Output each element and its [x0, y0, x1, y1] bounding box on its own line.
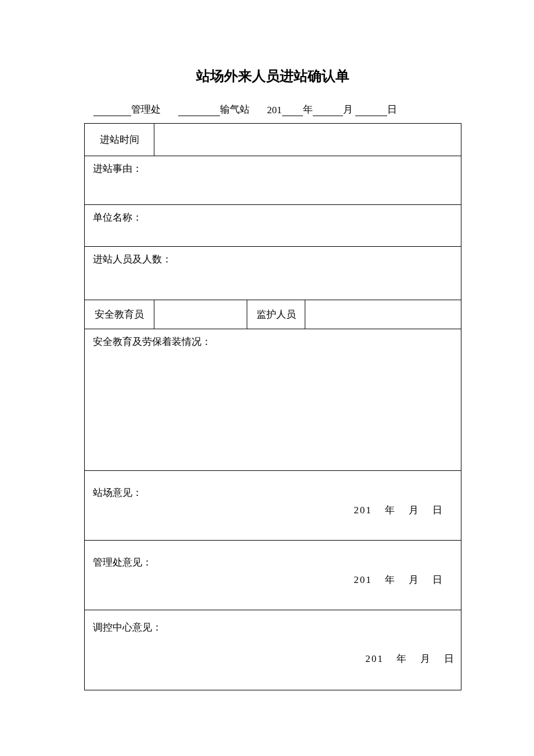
row-entry-time: 进站时间: [85, 124, 461, 156]
date-station-opinion: 201年月日: [354, 503, 444, 517]
field-supervisor[interactable]: [305, 300, 461, 329]
field-unit-name[interactable]: 单位名称：: [85, 205, 461, 247]
header-line: 管理处 输气站 201 年 月 日: [84, 103, 461, 116]
label-management: 管理处: [131, 103, 161, 116]
row-entry-reason: 进站事由：: [85, 156, 461, 205]
field-personnel[interactable]: 进站人员及人数：: [85, 247, 461, 300]
field-station-opinion[interactable]: 站场意见： 201年月日: [85, 471, 461, 541]
label-year: 年: [303, 103, 313, 116]
field-management-opinion[interactable]: 管理处意见： 201年月日: [85, 541, 461, 610]
label-station-opinion: 站场意见：: [93, 486, 453, 499]
field-safety-educator[interactable]: [154, 300, 247, 329]
row-station-opinion: 站场意见： 201年月日: [85, 471, 461, 541]
row-unit-name: 单位名称：: [85, 205, 461, 247]
label-month: 月: [343, 103, 353, 116]
field-entry-reason[interactable]: 进站事由：: [85, 156, 461, 205]
label-year-prefix: 201: [267, 105, 282, 116]
row-management-opinion: 管理处意见： 201年月日: [85, 541, 461, 610]
label-management-opinion: 管理处意见：: [93, 556, 453, 569]
row-safety-education: 安全教育及劳保着装情况：: [85, 329, 461, 471]
blank-month[interactable]: [313, 105, 343, 116]
label-supervisor: 监护人员: [247, 300, 305, 329]
blank-year[interactable]: [282, 105, 303, 116]
document-title: 站场外来人员进站确认单: [84, 67, 461, 85]
row-educator: 安全教育员 监护人员: [85, 300, 461, 329]
field-entry-time[interactable]: [154, 124, 461, 156]
label-station: 输气站: [220, 103, 250, 116]
label-entry-reason: 进站事由：: [93, 163, 142, 174]
row-control-center-opinion: 调控中心意见： 201年月日: [85, 610, 461, 690]
row-personnel: 进站人员及人数：: [85, 247, 461, 300]
label-safety-educator: 安全教育员: [85, 300, 154, 329]
label-entry-time: 进站时间: [85, 124, 154, 156]
field-control-center-opinion[interactable]: 调控中心意见： 201年月日: [85, 610, 461, 690]
form-table: 进站时间 进站事由： 单位名称： 进站人员及人数： 安全教育员 监护人员 安全教…: [84, 123, 461, 690]
field-safety-education[interactable]: 安全教育及劳保着装情况：: [85, 329, 461, 471]
label-personnel: 进站人员及人数：: [93, 254, 172, 265]
date-control-center-opinion: 201年月日: [366, 652, 456, 665]
blank-day[interactable]: [355, 105, 387, 116]
blank-station[interactable]: [178, 105, 220, 116]
label-day: 日: [387, 103, 397, 116]
label-unit-name: 单位名称：: [93, 212, 142, 223]
date-management-opinion: 201年月日: [354, 573, 444, 586]
label-safety-education: 安全教育及劳保着装情况：: [93, 336, 211, 347]
blank-management[interactable]: [93, 105, 131, 116]
label-control-center-opinion: 调控中心意见：: [93, 621, 453, 634]
